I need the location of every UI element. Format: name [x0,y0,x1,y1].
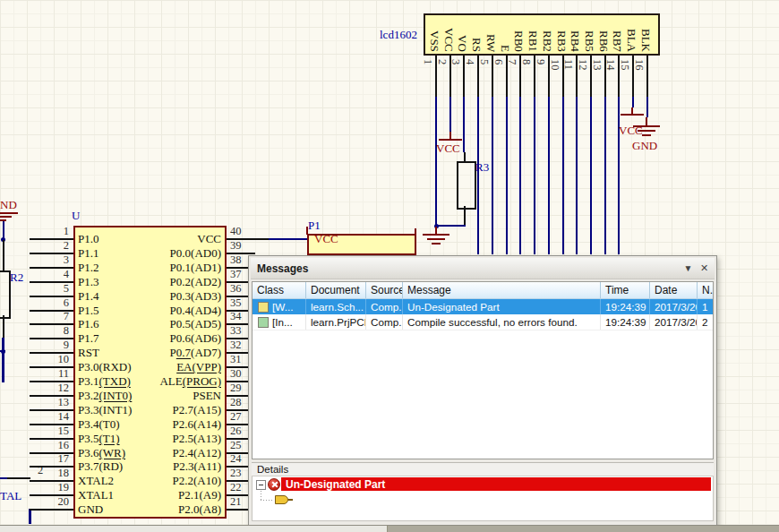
mcu-pin-name: P0.2(AD2) [85,276,221,288]
resistor-r2-designator[interactable]: R2 [10,271,23,283]
message-row[interactable]: [In...learn.PrjPCBComp...Compile success… [253,314,713,330]
wire [449,97,451,132]
message-row[interactable]: [W...learn.Sch...Comp...Un-Designated Pa… [253,299,713,314]
error-item[interactable]: Un-Designated Part [281,477,711,491]
pin-name-segment: P2.0(A8) [178,502,221,516]
close-icon[interactable]: ✕ [698,262,711,275]
message-cell-source: Comp... [366,299,403,314]
mcu-pin-number: 21 [230,496,242,508]
mcu-pin-number: 1 [28,226,69,237]
mcu-pin-number: 8 [28,325,69,337]
wire [463,97,465,152]
mcu-pin-name: P2.4(A12) [85,447,221,459]
mcu-pin-name: P2.6(A14) [85,418,221,431]
lcd-pin [646,56,648,97]
tree-collapse-toggle[interactable] [256,480,266,490]
mcu-pin-name: VCC [85,233,221,245]
lcd-pin-number: 6 [492,59,504,64]
mcu-pin-number: 6 [28,297,69,309]
mcu-pin-number: 40 [230,226,242,237]
wire [618,97,620,254]
wire [477,97,479,254]
table-header-cell[interactable]: Document [306,282,366,298]
table-header-cell[interactable]: Class [253,282,306,298]
ground-symbol [642,134,651,136]
table-header-cell[interactable]: N.. [698,282,714,298]
gnd-label-clipped: ND [0,199,17,210]
ground-symbol [0,216,12,218]
collapse-icon[interactable]: ▼ [681,262,695,275]
mcu-pin-number: 24 [230,453,242,465]
resistor-lead [464,206,466,225]
mcu-designator[interactable]: U [72,210,80,221]
message-cell-message: Compile successful, no errors found. [403,314,601,330]
lcd-pin-number: 8 [520,59,532,64]
horizontal-scrollbar-track[interactable] [0,525,779,532]
table-header-cell[interactable]: Message [403,282,601,298]
schematic-workspace: ND R2 2 TAL U 1P1.02P1.13P1.24P1.35P1.46… [0,0,779,532]
pin-name-segment: P2.4(A12) [172,446,221,459]
p1-designator[interactable]: P1 [308,219,321,231]
wire [29,509,31,524]
lcd-pin-number: 15 [619,59,630,71]
lcd-pin-number: 4 [464,59,475,64]
horizontal-scrollbar-thumb[interactable] [0,526,388,532]
mcu-pin-number: 2 [28,240,69,252]
resistor-r3-body[interactable] [457,161,476,210]
mcu-pin-name: P0.6(AD6) [85,332,221,345]
mcu-pin-number: 38 [230,254,242,266]
vcc-power-port [631,107,633,114]
pin-name-segment: P0.2(AD2) [170,275,221,288]
lcd-pin-number: 7 [506,59,518,64]
mcu-pin-number: 5 [28,283,69,295]
vcc-power-port [449,132,451,139]
lcd-designator[interactable]: lcd1602 [380,29,417,40]
messages-panel: Messages ▼ ✕ ClassDocumentSourceMessageT… [248,255,717,527]
lcd-pin-number: 10 [549,59,561,71]
message-cell-doc: learn.PrjPCB [306,314,366,330]
mcu-pin-number: 36 [230,283,242,295]
table-header-cell[interactable]: Time [601,282,650,298]
messages-panel-titlebar[interactable]: Messages ▼ ✕ [251,258,715,279]
mcu-pin-number: 14 [28,411,69,423]
wire [632,97,634,107]
message-cell-n: 2 [698,314,714,330]
table-header-cell[interactable]: Date [650,282,698,298]
mcu-pin-number: 37 [230,269,242,280]
mcu-pin-name: ALE(PROG) [85,375,221,388]
mcu-pin-number: 39 [230,240,242,252]
lcd-pin-name: RB3 [556,30,568,52]
details-header[interactable]: Details [252,462,714,476]
pin-name-segment: PSEN [193,389,221,402]
mcu-pin-number: 7 [28,311,69,322]
xtal-designator-clipped: TAL [0,490,21,502]
lcd-pin-name: RW [485,34,497,52]
part-icon[interactable] [275,495,288,504]
wire [519,97,521,254]
mcu-pin-number: 35 [230,297,242,309]
cell-text: [W... [272,301,293,313]
lcd-pin-number: 9 [535,59,546,64]
message-cell-n: 1 [698,299,714,314]
wire [436,225,466,227]
mcu-pin-name: EA(VPP) [85,361,221,373]
mcu-pin-number: 33 [230,325,242,337]
pin-name-segment: ALE [159,374,182,388]
ground-symbol [423,234,449,236]
p1-pin-mark [306,227,308,235]
mcu-pin-number: 16 [28,440,69,451]
ground-symbol [638,130,655,132]
lcd-pin-name: RS [471,38,483,52]
mcu-pin-number: 29 [230,382,242,394]
cell-text: [In... [272,316,293,328]
lcd-pin-name: RB2 [542,30,553,52]
wire [548,97,550,254]
mcu-pin [30,509,73,511]
pin-name-segment: P2.5(A13) [172,432,221,445]
resistor-lead [464,152,466,161]
table-header-cell[interactable]: Source [366,282,403,298]
resistor-r3-designator[interactable]: R3 [475,161,489,173]
mcu-pin-number: 27 [230,411,242,423]
wire [255,238,269,240]
mcu-pin-number: 20 [28,496,69,508]
